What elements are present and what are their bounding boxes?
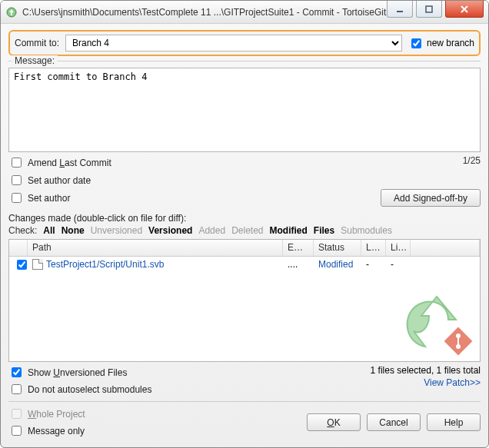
check-label: Check: xyxy=(8,225,37,236)
file-list-header[interactable]: Path E… Status L… Li… xyxy=(9,240,480,257)
close-button[interactable] xyxy=(445,1,484,18)
message-only-checkbox[interactable] xyxy=(12,426,22,436)
no-autoselect-label: Do not autoselect submodules xyxy=(28,384,151,395)
file-icon xyxy=(32,259,43,270)
show-unversioned-checkbox[interactable] xyxy=(12,367,22,377)
set-author-date-label: Set author date xyxy=(28,175,91,186)
tortoisegit-logo xyxy=(383,274,475,358)
col-l2[interactable]: Li… xyxy=(386,240,411,256)
file-l2: - xyxy=(386,259,411,270)
commit-dialog: C:\Users\jnsmith\Documents\TestComplete … xyxy=(0,0,489,448)
col-l1[interactable]: L… xyxy=(361,240,386,256)
svg-rect-2 xyxy=(426,6,432,12)
file-status: Modified xyxy=(314,259,361,270)
filter-all[interactable]: All xyxy=(43,225,55,236)
filter-submodules[interactable]: Submodules xyxy=(341,225,392,236)
filter-added[interactable]: Added xyxy=(198,225,225,236)
show-unversioned-label: Show Unversioned Files xyxy=(28,367,127,378)
amend-label: Amend Last Commit xyxy=(28,158,111,168)
maximize-button[interactable] xyxy=(416,1,442,18)
minimize-button[interactable] xyxy=(387,1,413,18)
set-author-checkbox[interactable] xyxy=(12,193,22,203)
svg-rect-6 xyxy=(457,337,459,346)
filter-none[interactable]: None xyxy=(62,225,85,236)
new-branch-checkbox[interactable] xyxy=(411,38,421,48)
filter-modified[interactable]: Modified xyxy=(270,225,308,236)
branch-select[interactable]: Branch 4 xyxy=(65,35,402,51)
help-button[interactable]: Help xyxy=(427,413,481,431)
commit-to-label: Commit to: xyxy=(15,38,59,48)
titlebar[interactable]: C:\Users\jnsmith\Documents\TestComplete … xyxy=(1,1,488,24)
filter-row: Check: All None Unversioned Versioned Ad… xyxy=(8,225,481,236)
col-path[interactable]: Path xyxy=(28,240,283,256)
whole-project-label: Whole Project xyxy=(28,409,85,420)
changes-label: Changes made (double-click on file for d… xyxy=(8,213,481,224)
set-author-label: Set author xyxy=(28,193,70,204)
filter-deleted[interactable]: Deleted xyxy=(231,225,263,236)
selection-summary: 1 files selected, 1 files total xyxy=(371,365,481,376)
col-status[interactable]: Status xyxy=(314,240,361,256)
message-group: Message: First commit to Branch 4 Amend … xyxy=(8,61,481,207)
file-list[interactable]: Path E… Status L… Li… TestProject1/Scrip… xyxy=(8,239,481,362)
view-patch-link[interactable]: View Patch>> xyxy=(424,377,481,388)
window-title: C:\Users\jnsmith\Documents\TestComplete … xyxy=(22,7,387,18)
new-branch-label: new branch xyxy=(427,38,474,48)
app-icon xyxy=(5,6,18,18)
filter-files[interactable]: Files xyxy=(314,225,334,236)
file-path: TestProject1/Script/Unit1.svb xyxy=(46,259,164,270)
file-l1: - xyxy=(361,259,386,270)
message-label: Message: xyxy=(12,55,58,66)
add-signed-off-button[interactable]: Add Signed-off-by xyxy=(381,189,481,207)
no-autoselect-checkbox[interactable] xyxy=(12,384,22,394)
file-row[interactable]: TestProject1/Script/Unit1.svb .... Modif… xyxy=(9,257,480,272)
filter-unversioned[interactable]: Unversioned xyxy=(91,225,142,236)
amend-checkbox[interactable] xyxy=(12,158,22,168)
set-author-date-checkbox[interactable] xyxy=(12,175,22,185)
message-counter: 1/25 xyxy=(463,155,481,166)
file-row-checkbox[interactable] xyxy=(17,260,27,270)
filter-versioned[interactable]: Versioned xyxy=(148,225,192,236)
message-only-label: Message only xyxy=(28,426,85,436)
cancel-button[interactable]: Cancel xyxy=(367,413,421,431)
file-ext: .... xyxy=(283,259,314,270)
col-ext[interactable]: E… xyxy=(283,240,314,256)
commit-to-row: Commit to: Branch 4 new branch xyxy=(8,30,481,56)
svg-rect-1 xyxy=(397,11,403,12)
commit-message-input[interactable]: First commit to Branch 4 xyxy=(8,68,481,152)
ok-button[interactable]: OK xyxy=(307,413,361,431)
whole-project-checkbox xyxy=(12,409,22,419)
